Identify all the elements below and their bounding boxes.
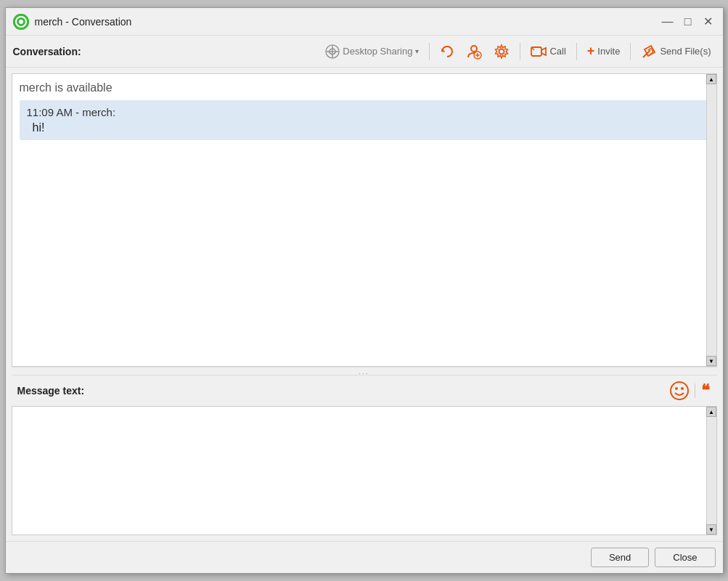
main-content: merch is available 11:09 AM - merch: hi!… bbox=[6, 68, 723, 541]
message-text: hi! bbox=[27, 121, 702, 134]
svg-point-15 bbox=[681, 387, 684, 390]
invite-label: Invite bbox=[597, 46, 620, 57]
invite-button[interactable]: + Invite bbox=[583, 41, 625, 62]
toolbar: Conversation: Desktop Sharing ▾ bbox=[6, 36, 723, 68]
settings-icon bbox=[494, 44, 510, 60]
msg-scroll-up-arrow[interactable]: ▲ bbox=[706, 407, 716, 417]
svg-point-2 bbox=[19, 20, 23, 24]
user-button[interactable] bbox=[462, 41, 486, 62]
scroll-up-arrow[interactable]: ▲ bbox=[706, 74, 716, 84]
msg-scroll-track bbox=[707, 417, 716, 524]
desktop-sharing-label: Desktop Sharing bbox=[343, 46, 412, 57]
close-button[interactable]: Close bbox=[655, 548, 715, 567]
svg-point-13 bbox=[671, 382, 688, 399]
call-icon bbox=[531, 46, 547, 57]
message-header-bar: Message text: bbox=[12, 375, 717, 406]
refresh-icon bbox=[440, 44, 454, 59]
bottom-bar: Send Close bbox=[6, 541, 723, 573]
message-icon-divider bbox=[695, 383, 695, 398]
message-input-wrapper: ▲ ▼ bbox=[12, 406, 717, 535]
app-icon bbox=[13, 14, 29, 30]
resize-handle[interactable]: ... bbox=[12, 367, 717, 375]
message-area: Message text: bbox=[12, 375, 717, 535]
minimize-button[interactable]: — bbox=[660, 15, 675, 29]
message-scrollbar: ▲ ▼ bbox=[706, 407, 716, 535]
close-window-button[interactable]: ✕ bbox=[701, 15, 716, 29]
invite-icon: + bbox=[587, 44, 595, 59]
desktop-sharing-icon bbox=[325, 44, 340, 59]
title-bar-left: merch - Conversation bbox=[13, 14, 132, 30]
title-bar: merch - Conversation — □ ✕ bbox=[6, 8, 723, 36]
refresh-button[interactable] bbox=[435, 41, 459, 62]
toolbar-divider-3 bbox=[576, 43, 577, 60]
msg-scroll-down-arrow[interactable]: ▼ bbox=[706, 524, 716, 535]
svg-point-10 bbox=[499, 49, 504, 54]
chat-message-block: 11:09 AM - merch: hi! bbox=[20, 100, 709, 140]
send-button[interactable]: Send bbox=[591, 548, 649, 567]
call-label: Call bbox=[549, 46, 565, 57]
status-message: merch is available bbox=[20, 81, 709, 94]
toolbar-divider-1 bbox=[429, 43, 430, 60]
chat-scrollbar: ▲ ▼ bbox=[706, 74, 716, 366]
toolbar-divider-2 bbox=[520, 43, 520, 60]
send-file-button[interactable]: Send File(s) bbox=[637, 41, 715, 62]
emoji-icon bbox=[670, 381, 689, 400]
message-icon-group: ❝ bbox=[668, 380, 711, 402]
scroll-down-arrow[interactable]: ▼ bbox=[706, 356, 716, 366]
call-button[interactable]: Call bbox=[526, 43, 570, 60]
svg-point-6 bbox=[471, 46, 477, 52]
send-file-label: Send File(s) bbox=[660, 46, 711, 57]
svg-point-14 bbox=[675, 387, 678, 390]
message-header: 11:09 AM - merch: bbox=[27, 106, 702, 118]
message-input[interactable] bbox=[12, 407, 706, 535]
message-label: Message text: bbox=[17, 385, 85, 397]
conversation-label: Conversation: bbox=[13, 46, 81, 57]
quote-button[interactable]: ❝ bbox=[700, 381, 711, 400]
send-file-icon bbox=[641, 44, 657, 60]
user-icon bbox=[466, 44, 482, 60]
chat-area: merch is available 11:09 AM - merch: hi!… bbox=[12, 73, 717, 367]
dropdown-arrow: ▾ bbox=[415, 47, 419, 55]
chat-messages[interactable]: merch is available 11:09 AM - merch: hi! bbox=[12, 74, 716, 366]
scroll-track bbox=[707, 84, 716, 356]
quote-icon: ❝ bbox=[701, 383, 710, 399]
settings-button[interactable] bbox=[489, 41, 514, 62]
maximize-button[interactable]: □ bbox=[681, 15, 695, 29]
title-bar-controls: — □ ✕ bbox=[660, 15, 716, 29]
desktop-sharing-button[interactable]: Desktop Sharing ▾ bbox=[321, 41, 423, 62]
emoji-button[interactable] bbox=[668, 380, 690, 402]
main-window: merch - Conversation — □ ✕ Conversation:… bbox=[5, 7, 724, 574]
toolbar-divider-4 bbox=[630, 43, 631, 60]
window-title: merch - Conversation bbox=[35, 16, 132, 28]
